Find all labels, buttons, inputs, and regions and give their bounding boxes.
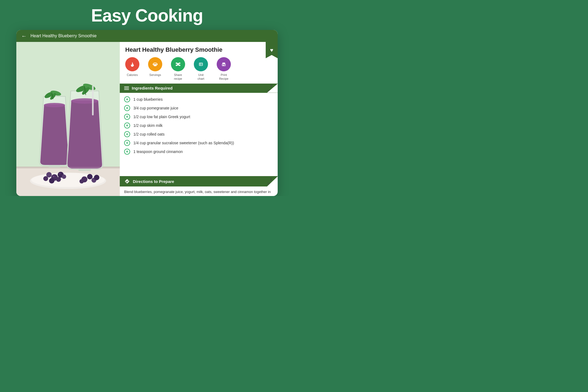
svg-rect-60 <box>125 179 130 184</box>
directions-count: 1 Steps <box>267 177 275 186</box>
ingredient-item: + 1 cup blueberries <box>124 95 273 104</box>
ingredient-item: + 1/2 cup low fat plain Greek yogurt <box>124 112 273 121</box>
svg-point-13 <box>59 173 61 174</box>
recipe-card: ← Heart Healthy Blueberry Smoothie <box>16 30 278 196</box>
ingredient-text: 1/4 cup granular sucralose sweetener (su… <box>133 141 234 145</box>
svg-point-31 <box>94 175 99 180</box>
unit-chart-icon-circle <box>194 57 208 71</box>
print-icon-circle <box>217 57 231 71</box>
directions-title: Directions to Prepare <box>133 179 174 184</box>
ingredient-item: + 1/2 cup skim milk <box>124 121 273 130</box>
directions-text: Blend blueberries, pomegranate juice, yo… <box>120 186 278 196</box>
svg-point-14 <box>44 103 65 107</box>
heart-icon: ♥ <box>270 47 273 53</box>
ingredient-item: + 1 teaspoon ground cinnamon <box>124 147 273 156</box>
svg-point-28 <box>87 174 93 179</box>
unit-chart-label: Unitchart <box>198 73 204 81</box>
ingredients-title: Ingredients Required <box>132 86 173 90</box>
calories-label: Calories <box>127 73 138 77</box>
svg-point-10 <box>62 174 66 179</box>
svg-point-8 <box>56 177 61 182</box>
header-recipe-title: Heart Healthy Blueberry Smoothie <box>30 33 97 38</box>
ingredient-item: + 3/4 cup pomegranate juice <box>124 104 273 112</box>
print-icon <box>220 61 227 68</box>
svg-point-9 <box>49 178 54 183</box>
unit-chart-icon <box>197 61 204 68</box>
svg-point-15 <box>71 98 98 104</box>
directions-icon <box>124 178 130 184</box>
add-ingredient-icon[interactable]: + <box>124 131 130 137</box>
print-label: PrintRecipe <box>219 73 228 81</box>
back-button[interactable]: ← <box>21 33 27 39</box>
svg-point-38 <box>177 63 179 65</box>
svg-point-30 <box>79 179 84 183</box>
card-content: ♥ Heart Healthy Blueberry Smoothie Calor… <box>120 42 278 196</box>
ingredient-text: 1 cup blueberries <box>133 97 163 102</box>
fire-icon <box>129 61 136 68</box>
ingredient-item: + 1/2 cup rolled oats <box>124 130 273 139</box>
svg-point-11 <box>43 176 48 181</box>
card-header-bar: ← Heart Healthy Blueberry Smoothie <box>16 30 278 42</box>
svg-rect-36 <box>154 66 157 66</box>
add-ingredient-icon[interactable]: + <box>124 122 130 128</box>
recipe-image <box>16 42 120 196</box>
plate-icon <box>152 61 159 68</box>
svg-rect-56 <box>223 65 224 66</box>
recipe-title: Heart Healthy Blueberry Smoothie <box>120 42 278 56</box>
svg-rect-58 <box>124 88 129 88</box>
calories-icon-circle <box>125 57 139 71</box>
add-ingredient-icon[interactable]: + <box>124 96 130 102</box>
card-body: ♥ Heart Healthy Blueberry Smoothie Calor… <box>16 42 278 196</box>
add-ingredient-icon[interactable]: + <box>124 140 130 146</box>
svg-point-35 <box>153 64 157 66</box>
svg-rect-55 <box>223 65 225 65</box>
svg-point-12 <box>53 176 54 177</box>
calories-action[interactable]: Calories <box>125 57 139 77</box>
ingredients-list: + 1 cup blueberries + 3/4 cup pomegranat… <box>120 93 278 176</box>
svg-rect-24 <box>48 165 60 167</box>
ingredient-item: + 1/4 cup granular sucralose sweetener (… <box>124 139 273 147</box>
svg-rect-57 <box>124 87 129 87</box>
ingredient-text: 3/4 cup pomegranate juice <box>133 106 178 110</box>
svg-rect-32 <box>16 167 120 168</box>
ingredient-text: 1/2 cup rolled oats <box>133 132 164 136</box>
svg-rect-26 <box>92 85 94 115</box>
list-icon <box>124 86 129 91</box>
ingredient-text: 1 teaspoon ground cinnamon <box>133 149 183 154</box>
add-ingredient-icon[interactable]: + <box>124 149 130 155</box>
svg-rect-25 <box>78 169 91 171</box>
servings-action[interactable]: Servings <box>148 57 162 77</box>
svg-point-47 <box>197 61 204 68</box>
share-icon <box>174 61 182 68</box>
share-label: Sharerecipe <box>174 73 182 81</box>
servings-icon-circle <box>148 57 162 71</box>
share-icon-circle <box>171 57 185 71</box>
add-ingredient-icon[interactable]: + <box>124 105 130 111</box>
ingredients-count: 7 Items <box>268 84 275 92</box>
directions-section-header: Directions to Prepare 1 Steps <box>120 176 278 186</box>
action-row: Calories Servings <box>120 56 278 84</box>
unit-chart-action[interactable]: Unitchart <box>194 57 208 81</box>
app-title: Easy Cooking <box>91 0 203 30</box>
ingredients-section-header: Ingredients Required 7 Items <box>120 84 278 93</box>
share-action[interactable]: Sharerecipe <box>171 57 185 81</box>
ingredient-text: 1/2 cup low fat plain Greek yogurt <box>133 115 190 119</box>
servings-label: Servings <box>149 73 161 77</box>
ingredient-text: 1/2 cup skim milk <box>133 123 163 128</box>
print-action[interactable]: PrintRecipe <box>217 57 231 81</box>
add-ingredient-icon[interactable]: + <box>124 114 130 120</box>
directions-section: Directions to Prepare 1 Steps Blend blue… <box>120 176 278 196</box>
svg-rect-59 <box>124 89 129 90</box>
